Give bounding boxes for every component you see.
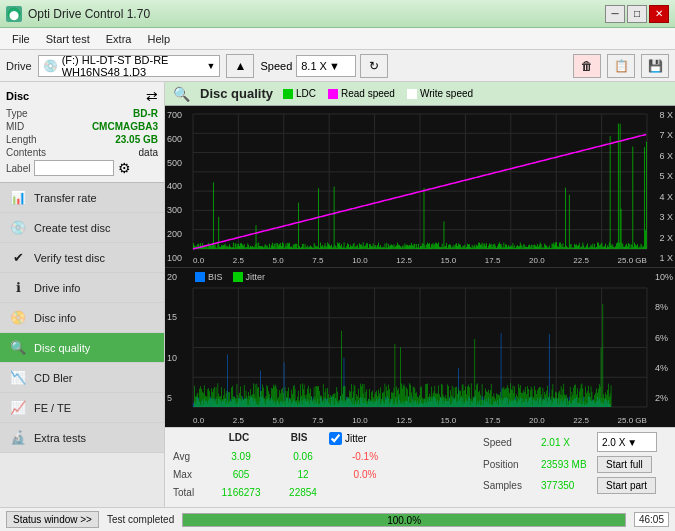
jitter-color-dot	[233, 272, 243, 282]
nav-verify-test-disc-label: Verify test disc	[34, 252, 105, 264]
cd-bler-icon: 📉	[10, 370, 26, 385]
disc-refresh-icon[interactable]: ⇄	[146, 88, 158, 104]
disc-contents-row: Contents data	[6, 147, 158, 158]
disc-panel: Disc ⇄ Type BD-R MID CMCMAGBA3 Length 23…	[0, 82, 164, 183]
status-text: Test completed	[107, 514, 174, 525]
lower-y-20: 20	[167, 272, 177, 282]
disc-label-label: Label	[6, 163, 30, 174]
stats-bis-header: BIS	[269, 432, 329, 445]
stat-total-row: Total 1166273 22854	[173, 483, 467, 501]
status-bar: Status window >> Test completed 100.0% 4…	[0, 507, 675, 531]
disc-title: Disc	[6, 90, 29, 102]
disc-label-row: Label ⚙	[6, 160, 158, 176]
legend-write-label: Write speed	[420, 88, 473, 99]
speed-value: 2.01 X	[541, 437, 591, 448]
nav-fe-te-label: FE / TE	[34, 402, 71, 414]
disc-header: Disc ⇄	[6, 88, 158, 104]
menu-help[interactable]: Help	[139, 31, 178, 47]
legend-read-label: Read speed	[341, 88, 395, 99]
menu-file[interactable]: File	[4, 31, 38, 47]
y-label-200: 200	[167, 229, 182, 239]
disc-quality-icon: 🔍	[10, 340, 26, 355]
lower-y-right-8: 8%	[655, 302, 673, 312]
stat-max-label: Max	[173, 469, 209, 480]
stat-max-bis: 12	[273, 469, 333, 480]
samples-row: Samples 377350 Start part	[483, 477, 667, 494]
app-icon: ⬤	[6, 6, 22, 22]
maximize-button[interactable]: □	[627, 5, 647, 23]
refresh-button[interactable]: ↻	[360, 54, 388, 78]
stat-total-ldc: 1166273	[209, 487, 273, 498]
y-label-600: 600	[167, 134, 182, 144]
lower-y-right-labels: 10% 8% 6% 4% 2%	[655, 268, 673, 407]
disc-type-row: Type BD-R	[6, 108, 158, 119]
lower-y-labels: 20 15 10 5	[167, 268, 177, 407]
drive-info-icon: ℹ	[10, 280, 26, 295]
y-right-3x: 3 X	[659, 212, 673, 222]
nav-extra-tests[interactable]: 🔬 Extra tests	[0, 423, 164, 453]
stat-avg-row: Avg 3.09 0.06 -0.1%	[173, 447, 467, 465]
legend-bis: BIS	[195, 272, 223, 282]
drive-selector[interactable]: 💿 (F:) HL-DT-ST BD-RE WH16NS48 1.D3 ▼	[38, 55, 221, 77]
stat-total-label: Total	[173, 487, 209, 498]
menu-extra[interactable]: Extra	[98, 31, 140, 47]
speed-selector[interactable]: 8.1 X ▼	[296, 55, 356, 77]
speed-label: Speed	[483, 437, 535, 448]
copy-button[interactable]: 📋	[607, 54, 635, 78]
erase-button[interactable]: 🗑	[573, 54, 601, 78]
title-bar-left: ⬤ Opti Drive Control 1.70	[6, 6, 150, 22]
disc-mid-label: MID	[6, 121, 24, 132]
nav-transfer-rate[interactable]: 📊 Transfer rate	[0, 183, 164, 213]
y-right-4x: 4 X	[659, 192, 673, 202]
close-button[interactable]: ✕	[649, 5, 669, 23]
speed-area: Speed 8.1 X ▼ ↻	[260, 54, 388, 78]
menu-start-test[interactable]: Start test	[38, 31, 98, 47]
disc-mid-value: CMCMAGBA3	[92, 121, 158, 132]
save-button[interactable]: 💾	[641, 54, 669, 78]
extra-tests-icon: 🔬	[10, 430, 26, 445]
nav-create-test-disc[interactable]: 💿 Create test disc	[0, 213, 164, 243]
minimize-button[interactable]: ─	[605, 5, 625, 23]
nav-drive-info[interactable]: ℹ Drive info	[0, 273, 164, 303]
time-display: 46:05	[634, 512, 669, 527]
stats-headers: LDC BIS Jitter	[209, 432, 467, 445]
speed-dropdown[interactable]: 2.0 X ▼	[597, 432, 657, 452]
stat-avg-bis: 0.06	[273, 451, 333, 462]
jitter-checkbox[interactable]	[329, 432, 342, 445]
bis-color-dot	[195, 272, 205, 282]
progress-bar-container: 100.0%	[182, 513, 626, 527]
nav-disc-info[interactable]: 📀 Disc info	[0, 303, 164, 333]
y-right-7x: 7 X	[659, 130, 673, 140]
eject-button[interactable]: ▲	[226, 54, 254, 78]
main-layout: Disc ⇄ Type BD-R MID CMCMAGBA3 Length 23…	[0, 82, 675, 507]
status-window-button[interactable]: Status window >>	[6, 511, 99, 528]
nav-cd-bler[interactable]: 📉 CD Bler	[0, 363, 164, 393]
create-test-disc-icon: 💿	[10, 220, 26, 235]
write-color-dot	[407, 89, 417, 99]
nav-verify-test-disc[interactable]: ✔ Verify test disc	[0, 243, 164, 273]
stat-avg-ldc: 3.09	[209, 451, 273, 462]
disc-label-input[interactable]	[34, 160, 114, 176]
lower-y-15: 15	[167, 312, 177, 322]
nav-disc-info-label: Disc info	[34, 312, 76, 324]
nav-disc-quality[interactable]: 🔍 Disc quality	[0, 333, 164, 363]
sidebar: Disc ⇄ Type BD-R MID CMCMAGBA3 Length 23…	[0, 82, 165, 507]
nav-fe-te[interactable]: 📈 FE / TE	[0, 393, 164, 423]
nav-extra-tests-label: Extra tests	[34, 432, 86, 444]
menu-bar: File Start test Extra Help	[0, 28, 675, 50]
start-part-button[interactable]: Start part	[597, 477, 656, 494]
y-right-8x: 8 X	[659, 110, 673, 120]
disc-quality-header: 🔍 Disc quality LDC Read speed Write spee…	[165, 82, 675, 106]
lower-y-5: 5	[167, 393, 177, 403]
upper-y-labels: 700 600 500 400 300 200 100	[167, 106, 182, 267]
label-settings-icon[interactable]: ⚙	[118, 160, 131, 176]
stats-right: Speed 2.01 X 2.0 X ▼ Position 23593 MB S…	[467, 432, 667, 494]
start-full-button[interactable]: Start full	[597, 456, 652, 473]
lower-x-labels: 0.0 2.5 5.0 7.5 10.0 12.5 15.0 17.5 20.0…	[193, 416, 647, 425]
disc-length-value: 23.05 GB	[115, 134, 158, 145]
legend-bis-label: BIS	[208, 272, 223, 282]
sidebar-nav: 📊 Transfer rate 💿 Create test disc ✔ Ver…	[0, 183, 164, 453]
upper-x-labels: 0.0 2.5 5.0 7.5 10.0 12.5 15.0 17.5 20.0…	[193, 256, 647, 265]
legend-jitter: Jitter	[233, 272, 266, 282]
legend-ldc-label: LDC	[296, 88, 316, 99]
